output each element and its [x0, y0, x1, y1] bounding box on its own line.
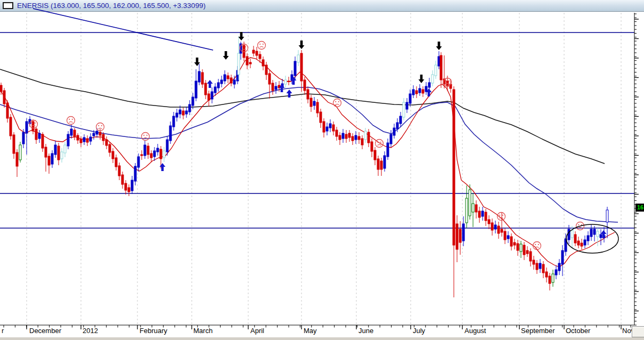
candle	[374, 147, 376, 165]
candle	[377, 156, 379, 176]
candle	[462, 216, 464, 246]
candle	[153, 147, 156, 161]
candle	[422, 86, 424, 97]
candle	[70, 125, 72, 139]
candle	[16, 149, 18, 177]
candle	[297, 50, 299, 66]
sad-face-icon[interactable]	[333, 99, 341, 107]
candle	[61, 148, 63, 163]
sad-face-icon[interactable]	[142, 133, 150, 141]
sell-arrow-icon[interactable]	[436, 42, 442, 50]
candle	[368, 129, 370, 147]
candle	[555, 265, 557, 279]
candle	[425, 82, 427, 95]
bottom-strip	[0, 337, 644, 340]
candle	[552, 270, 554, 287]
sell-arrow-icon[interactable]	[239, 32, 244, 41]
month-label: 2012	[83, 327, 98, 335]
month-label: December	[29, 327, 61, 335]
candle	[358, 132, 360, 144]
candle	[581, 239, 583, 249]
candle	[491, 218, 493, 236]
candle	[320, 109, 322, 128]
candle	[272, 80, 274, 95]
candle	[475, 200, 477, 218]
buy-arrow-icon[interactable]	[207, 80, 213, 88]
candle	[176, 109, 178, 122]
candle	[406, 98, 408, 113]
candle	[345, 130, 347, 143]
sad-face-icon[interactable]	[67, 117, 75, 125]
candle	[19, 142, 21, 163]
candle	[227, 72, 229, 83]
candle	[77, 133, 79, 144]
candle	[384, 151, 386, 172]
candle	[214, 83, 216, 96]
candle	[54, 141, 56, 158]
buy-arrow-icon[interactable]	[160, 163, 166, 171]
candle	[195, 69, 197, 101]
trendline[interactable]	[33, 9, 213, 50]
candle	[403, 98, 405, 120]
candle	[428, 78, 430, 91]
candle	[224, 70, 226, 84]
candle	[469, 184, 471, 220]
candle	[348, 130, 350, 142]
sad-face-icon[interactable]	[498, 213, 506, 221]
candle	[10, 114, 12, 140]
candle	[590, 225, 592, 241]
candle	[201, 69, 203, 88]
candle	[74, 128, 76, 140]
candle	[339, 132, 341, 145]
sell-arrow-icon[interactable]	[299, 41, 305, 49]
candle	[494, 221, 496, 233]
month-label: September	[521, 327, 555, 335]
candle	[125, 180, 127, 195]
candle	[574, 231, 576, 246]
candle	[284, 76, 287, 88]
candle	[288, 77, 290, 85]
sad-face-icon[interactable]	[533, 242, 541, 250]
candle	[42, 132, 44, 152]
candle	[371, 139, 373, 157]
candle	[597, 228, 599, 246]
sell-arrow-icon[interactable]	[223, 51, 229, 60]
candle	[67, 131, 69, 149]
candle	[545, 268, 548, 282]
candle	[83, 134, 85, 145]
ma-mid-blue-line	[0, 87, 618, 222]
candle	[549, 273, 551, 290]
candle	[243, 42, 245, 61]
ma-slow-black-line	[0, 69, 605, 164]
candle	[501, 212, 503, 237]
candle	[182, 108, 184, 119]
candle	[558, 259, 560, 275]
sad-face-icon[interactable]	[258, 42, 266, 50]
candle	[13, 132, 15, 159]
candle	[26, 118, 28, 155]
sad-face-icon[interactable]	[376, 140, 384, 148]
candle	[307, 86, 309, 103]
candle	[529, 248, 532, 266]
scroll-corner-button[interactable]	[632, 326, 644, 337]
candle	[217, 79, 219, 92]
candle	[137, 153, 140, 172]
candle	[256, 47, 258, 60]
candle	[238, 36, 240, 80]
candle	[118, 163, 120, 180]
x-axis-labels: rDecember2012FebruaryMarchAprilMayJuneJu…	[0, 327, 644, 337]
candle	[157, 144, 159, 156]
candle	[517, 240, 519, 256]
candle	[600, 229, 602, 245]
candle	[526, 246, 528, 257]
candle	[380, 158, 382, 176]
candle	[482, 207, 484, 221]
candle	[606, 207, 608, 238]
sell-arrow-icon[interactable]	[419, 75, 425, 83]
price-chart-canvas[interactable]	[0, 0, 644, 340]
candle	[51, 150, 53, 168]
candle	[456, 215, 458, 262]
candle	[205, 80, 207, 99]
candle	[419, 84, 421, 96]
candle	[539, 259, 541, 273]
